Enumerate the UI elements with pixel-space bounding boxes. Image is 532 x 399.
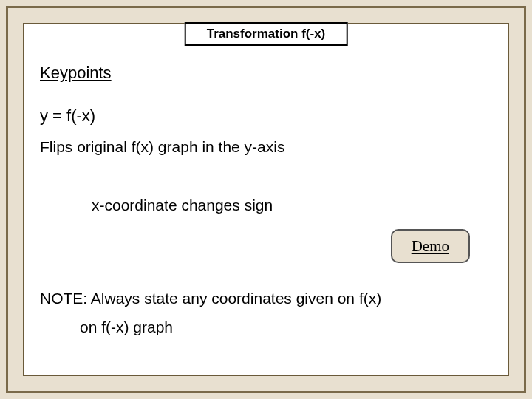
flip-description: Flips original f(x) graph in the y-axis: [40, 137, 492, 157]
note-line-2: on f(-x) graph: [80, 317, 492, 338]
equation-line: y = f(-x): [40, 105, 492, 127]
coordinate-note: x-coordinate changes sign: [92, 195, 492, 216]
note-block: NOTE: Always state any coordinates given…: [40, 288, 492, 338]
demo-button[interactable]: Demo: [391, 229, 470, 263]
demo-button-label: Demo: [412, 237, 449, 255]
slide-frame: Transformation f(-x) Keypoints y = f(-x)…: [23, 23, 509, 376]
slide-title-box: Transformation f(-x): [185, 22, 348, 46]
note-line-1: NOTE: Always state any coordinates given…: [40, 288, 492, 309]
demo-row: Demo: [40, 229, 492, 263]
slide-content: Keypoints y = f(-x) Flips original f(x) …: [40, 62, 492, 368]
keypoints-heading: Keypoints: [40, 62, 492, 84]
outer-frame: Transformation f(-x) Keypoints y = f(-x)…: [6, 6, 526, 393]
slide-title: Transformation f(-x): [207, 27, 326, 41]
